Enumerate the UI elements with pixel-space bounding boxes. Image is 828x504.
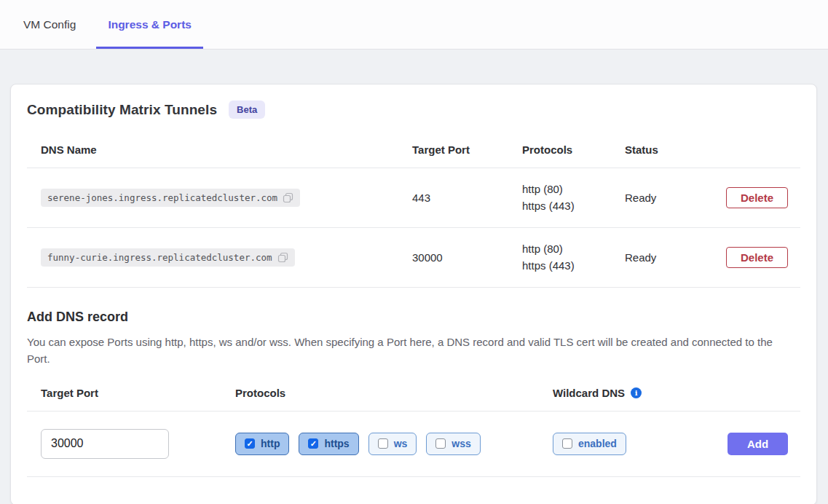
tunnels-card: Compatibility Matrix Tunnels Beta DNS Na… <box>10 84 817 504</box>
protocol-line: https (443) <box>522 200 625 213</box>
form-label-target-port: Target Port <box>41 387 235 399</box>
table-row: funny-curie.ingress.replicatedcluster.co… <box>27 228 800 288</box>
form-header-row: Target Port Protocols Wildcard DNS i <box>27 387 800 412</box>
tab-ingress-ports[interactable]: Ingress & Ports <box>96 2 203 49</box>
table-row: serene-jones.ingress.replicatedcluster.c… <box>27 168 800 228</box>
card-title-row: Compatibility Matrix Tunnels Beta <box>27 101 800 119</box>
header-dns-name: DNS Name <box>41 143 412 156</box>
dns-name-text: funny-curie.ingress.replicatedcluster.co… <box>47 252 272 263</box>
beta-badge: Beta <box>229 101 265 119</box>
checkbox-icon <box>245 438 255 449</box>
header-target-port: Target Port <box>412 143 522 156</box>
info-icon[interactable]: i <box>631 387 642 398</box>
chip-label: ws <box>394 438 408 449</box>
protocol-checkbox-http[interactable]: http <box>235 433 289 455</box>
protocols-cell: http (80) https (443) <box>522 243 625 273</box>
protocol-checkbox-wss[interactable]: wss <box>426 433 480 455</box>
add-button[interactable]: Add <box>728 433 788 455</box>
chip-label: https <box>324 438 349 449</box>
tab-vm-config[interactable]: VM Config <box>12 2 87 49</box>
tab-bar: VM Config Ingress & Ports <box>0 0 828 50</box>
add-dns-form-row: http https ws wss enabled <box>27 429 800 459</box>
protocols-cell: http (80) https (443) <box>522 183 625 213</box>
target-port-cell: 443 <box>412 192 522 204</box>
header-status: Status <box>625 143 726 156</box>
form-label-protocols: Protocols <box>235 387 553 399</box>
add-dns-description: You can expose Ports using http, https, … <box>27 334 784 368</box>
add-dns-section: Add DNS record You can expose Ports usin… <box>27 310 800 459</box>
protocol-checkbox-https[interactable]: https <box>299 433 358 455</box>
dns-name-pill: funny-curie.ingress.replicatedcluster.co… <box>41 248 295 267</box>
protocol-chips: http https ws wss <box>235 433 553 455</box>
dns-name-text: serene-jones.ingress.replicatedcluster.c… <box>47 192 277 203</box>
checkbox-icon <box>435 438 446 449</box>
page-title: Compatibility Matrix Tunnels <box>27 102 217 118</box>
chip-label: wss <box>452 438 470 449</box>
delete-button[interactable]: Delete <box>726 187 788 208</box>
form-label-wildcard-dns: Wildcard DNS i <box>553 387 728 399</box>
add-dns-title: Add DNS record <box>27 310 800 325</box>
checkbox-icon <box>562 438 572 449</box>
checkbox-icon <box>308 438 318 449</box>
wildcard-enabled-checkbox[interactable]: enabled <box>553 433 626 455</box>
protocol-checkbox-ws[interactable]: ws <box>368 433 417 455</box>
protocol-line: https (443) <box>522 259 625 273</box>
header-protocols: Protocols <box>522 143 625 156</box>
delete-button[interactable]: Delete <box>726 247 788 268</box>
target-port-cell: 30000 <box>412 251 522 264</box>
dns-name-pill: serene-jones.ingress.replicatedcluster.c… <box>41 189 300 207</box>
tunnels-table: DNS Name Target Port Protocols Status se… <box>27 135 800 288</box>
wildcard-dns-label: Wildcard DNS <box>553 387 625 399</box>
protocol-line: http (80) <box>522 183 625 197</box>
table-header-row: DNS Name Target Port Protocols Status <box>27 135 800 168</box>
copy-icon[interactable] <box>283 192 293 203</box>
chip-label: enabled <box>578 438 617 449</box>
protocol-line: http (80) <box>522 243 625 256</box>
copy-icon[interactable] <box>277 252 288 263</box>
checkbox-icon <box>378 438 388 449</box>
chip-label: http <box>261 438 280 449</box>
status-cell: Ready <box>625 251 726 264</box>
target-port-input[interactable] <box>41 429 169 459</box>
status-cell: Ready <box>625 192 726 204</box>
